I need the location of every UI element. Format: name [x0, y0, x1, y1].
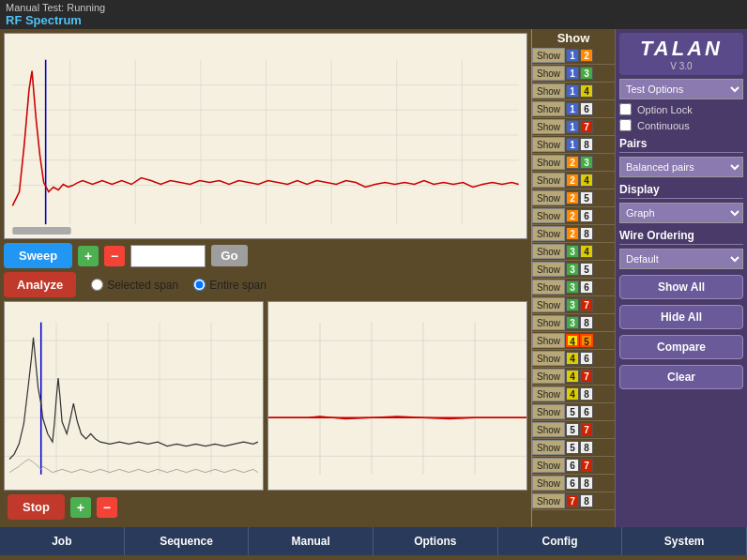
show-row-button[interactable]: Show [532, 493, 565, 508]
test-options-row: Test Options [619, 79, 743, 99]
show-row: Show25 [532, 189, 615, 207]
plus-button[interactable]: + [78, 246, 99, 266]
show-row: Show36 [532, 279, 615, 296]
selected-span-radio[interactable] [91, 279, 103, 291]
show-row-button[interactable]: Show [532, 48, 565, 63]
pairs-section: Pairs [619, 137, 743, 153]
pair-badge-2: 2 [580, 49, 593, 62]
svg-rect-15 [5, 302, 263, 490]
nav-job[interactable]: Job [0, 527, 125, 555]
show-row: Show26 [532, 207, 615, 225]
analyze-row: Analyze Selected span Entire span [4, 272, 527, 301]
pair-badge-2: 4 [580, 245, 593, 258]
pair-badge-2: 8 [580, 387, 593, 401]
show-row: Show23 [532, 154, 615, 172]
show-row-button[interactable]: Show [532, 101, 565, 116]
nav-manual[interactable]: Manual [249, 527, 374, 555]
show-all-button[interactable]: Show All [619, 275, 743, 299]
default-select[interactable]: Default [619, 249, 743, 269]
continuous-row[interactable]: Continuous [619, 119, 743, 131]
show-row-button[interactable]: Show [532, 83, 565, 98]
pair-badge-2: 8 [580, 227, 593, 240]
show-row-button[interactable]: Show [532, 137, 565, 152]
stop-button[interactable]: Stop [8, 494, 65, 520]
pair-badge-1: 2 [566, 227, 579, 240]
bottom-plus-button[interactable]: + [70, 497, 91, 518]
top-chart-label-right: 5150 kHz [479, 36, 523, 47]
show-row-button[interactable]: Show [532, 226, 565, 241]
pair-badge-2: 8 [580, 494, 593, 507]
show-row: Show45 [532, 332, 615, 350]
pair-badge-2: 6 [580, 102, 593, 115]
show-row-button[interactable]: Show [532, 173, 565, 188]
bottom-minus-button[interactable]: − [97, 497, 117, 518]
nav-sequence[interactable]: Sequence [125, 527, 250, 555]
show-row: Show34 [532, 243, 615, 261]
top-chart: 30 kHz 280 kHz 5150 kHz [4, 33, 527, 239]
show-row: Show67 [532, 457, 615, 475]
show-row-button[interactable]: Show [532, 476, 565, 491]
show-row-button[interactable]: Show [532, 333, 565, 348]
frequency-input[interactable] [130, 245, 206, 267]
graph-select[interactable]: Graph [619, 203, 743, 223]
pair-badge-1: 1 [566, 138, 579, 151]
header-title: Manual Test: Running [6, 2, 741, 13]
show-row-button[interactable]: Show [532, 315, 565, 330]
pair-badge-2: 7 [580, 459, 593, 472]
left-panel: 30 kHz 280 kHz 5150 kHz [0, 29, 531, 527]
svg-rect-25 [268, 302, 526, 490]
show-row-button[interactable]: Show [532, 458, 565, 473]
go-button[interactable]: Go [211, 245, 248, 266]
nav-options[interactable]: Options [374, 527, 498, 555]
balanced-pairs-row: Balanced pairs [619, 157, 743, 177]
balanced-pairs-select[interactable]: Balanced pairs [619, 157, 743, 177]
pair-badge-2: 8 [580, 441, 593, 454]
show-row-button[interactable]: Show [532, 119, 565, 134]
show-row: Show58 [532, 439, 615, 457]
compare-button[interactable]: Compare [619, 335, 743, 359]
entire-span-label[interactable]: Entire span [193, 279, 267, 292]
pair-badge-1: 4 [566, 370, 579, 383]
nav-system[interactable]: System [622, 527, 747, 555]
show-row: Show13 [532, 65, 615, 83]
selected-span-label[interactable]: Selected span [91, 279, 178, 292]
show-panel: Show Show12Show13Show14Show16Show17Show1… [531, 29, 616, 527]
show-row-button[interactable]: Show [532, 155, 565, 170]
show-row-button[interactable]: Show [532, 422, 565, 437]
sweep-button[interactable]: Sweep [4, 243, 72, 268]
show-row-button[interactable]: Show [532, 369, 565, 384]
show-row-button[interactable]: Show [532, 244, 565, 259]
show-row: Show37 [532, 296, 615, 314]
option-lock-checkbox[interactable] [619, 103, 632, 115]
show-row-button[interactable]: Show [532, 386, 565, 401]
pair-badge-1: 2 [566, 174, 579, 187]
pair-badge-2: 7 [580, 423, 593, 436]
header-subtitle: RF Spectrum [6, 13, 741, 27]
continuous-label: Continuous [637, 120, 690, 131]
svg-rect-0 [5, 34, 526, 238]
show-row-button[interactable]: Show [532, 297, 565, 312]
hide-all-button[interactable]: Hide All [619, 305, 743, 329]
clear-button[interactable]: Clear [619, 365, 743, 389]
pair-badge-1: 1 [566, 49, 579, 62]
show-row-button[interactable]: Show [532, 208, 565, 223]
pair-badge-1: 1 [566, 84, 579, 98]
entire-span-radio[interactable] [193, 279, 206, 291]
option-lock-row[interactable]: Option Lock [619, 103, 743, 115]
show-row-button[interactable]: Show [532, 262, 565, 277]
show-row-button[interactable]: Show [532, 440, 565, 455]
show-header: Show [532, 29, 615, 47]
pair-badge-2: 8 [580, 138, 593, 151]
show-row-button[interactable]: Show [532, 404, 565, 419]
analyze-button[interactable]: Analyze [4, 272, 76, 297]
show-row-button[interactable]: Show [532, 351, 565, 366]
test-options-select[interactable]: Test Options [619, 79, 743, 99]
show-row-button[interactable]: Show [532, 66, 565, 81]
show-row: Show57 [532, 421, 615, 439]
minus-button[interactable]: − [104, 246, 125, 266]
talan-logo: TALAN [623, 37, 739, 61]
nav-config[interactable]: Config [498, 527, 623, 555]
show-row-button[interactable]: Show [532, 280, 565, 295]
show-row-button[interactable]: Show [532, 190, 565, 205]
continuous-checkbox[interactable] [619, 119, 632, 131]
